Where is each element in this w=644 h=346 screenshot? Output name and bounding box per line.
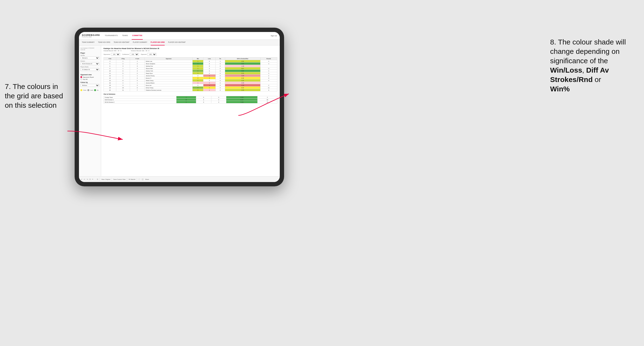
gender-select[interactable]: Women's (80, 56, 100, 59)
toolbar-cut[interactable]: ✂ (92, 178, 94, 180)
nav-teams[interactable]: TEAMS (122, 32, 128, 40)
nav-tournaments[interactable]: TOURNAMENTS (104, 32, 118, 40)
legend-dot-up (94, 89, 96, 91)
cell-loss: 0 (203, 62, 216, 65)
cell-diff: -1.00 (225, 65, 260, 67)
table-row: 15 8 5 Stella Cheng 1 0 0 1.25 4 (104, 79, 277, 82)
cell-opponent: Euna Lee (145, 84, 192, 87)
division-label: Division (80, 60, 100, 62)
filter-opponent-select[interactable]: (All) (147, 53, 156, 56)
subnav-team-h2h-grid[interactable]: TEAM H2H GRID (98, 40, 110, 45)
cell-win: 2 (192, 77, 203, 79)
cell-diff: -3.00 (225, 75, 260, 77)
subnav-team-h2h-heatmap[interactable]: TEAM H2H HEATMAP (114, 40, 130, 45)
cell-out-diff: 7.400 (226, 101, 258, 103)
toolbar-undo[interactable]: ↩ (81, 178, 82, 180)
toolbar-icon2[interactable]: ⬜ (142, 178, 144, 180)
toolbar-view-original[interactable]: View: Original (101, 179, 110, 180)
filter-opponent: Opponent (All) (141, 53, 156, 56)
cell-reg: 11 (116, 89, 130, 91)
radio-top100[interactable]: Top 100 (80, 78, 100, 80)
toolbar-sep2 (112, 178, 112, 181)
toolbar-watch[interactable]: 👁 Watch▾ (128, 178, 135, 180)
nav-committee[interactable]: COMMITTEE (132, 32, 143, 40)
toolbar-paste[interactable]: · (95, 178, 95, 180)
cell-reg: 5 (116, 72, 130, 75)
gender-label: Gender (80, 55, 100, 56)
cell-tie: 0 (216, 67, 225, 70)
cell-out-loss: 0 (196, 101, 211, 103)
radio-opponents-played[interactable]: Opponents Played (80, 76, 100, 78)
cell-reg: 7 (116, 77, 130, 79)
legend-label-level: Level (90, 89, 93, 91)
cell-rounds: 3 (260, 67, 277, 70)
sign-out-link[interactable]: Sign out (270, 35, 277, 36)
cell-div: 14 (104, 77, 116, 79)
cell-conf: 3 (130, 70, 145, 72)
cell-loss: 1 (203, 89, 216, 91)
cell-conf: 2 (130, 72, 145, 75)
top-nav: SCOREBOARD Powered by clippd TOURNAMENTS… (79, 32, 280, 40)
cell-loss: 1 (203, 75, 216, 77)
player-rank-select[interactable]: 8. Katelyn Vo (80, 68, 100, 71)
cell-opponent: Jessica Mason (145, 82, 192, 84)
toolbar-clock[interactable]: ⊙ (97, 178, 98, 180)
radio-label-1: Opponents Played (83, 76, 94, 78)
cell-div: 16 (104, 82, 116, 84)
radio-circle-2 (80, 78, 82, 80)
table-row: 14 7 4 Eunice Yi 2 2 0 0.38 9 (104, 77, 277, 79)
cell-div: 15 (104, 79, 116, 82)
filter-conference: Conference (All) (122, 53, 139, 56)
cell-out-tie: 0 (211, 101, 226, 103)
colour-by-select[interactable]: Win/loss (80, 84, 100, 87)
toolbar-save-custom[interactable]: Save Custom View (114, 179, 126, 180)
cell-out-loss: 0 (196, 99, 211, 101)
toolbar-share[interactable]: Share (145, 179, 149, 180)
cell-diff: 1.25 (225, 79, 260, 82)
toolbar-sep4 (137, 178, 137, 181)
cell-conf: 3 (130, 65, 145, 67)
cell-div: 19 (104, 87, 116, 89)
cell-div: 11 (104, 72, 116, 75)
toolbar-sep3 (127, 178, 127, 181)
cell-div: 3 (104, 60, 116, 62)
cell-conf: 4 (130, 67, 145, 70)
col-loss: Loss (203, 57, 216, 60)
cell-rounds: 4 (260, 70, 277, 72)
cell-diff: 3.67 (225, 67, 260, 70)
toolbar-copy[interactable]: ⎘ (90, 178, 90, 180)
toolbar-undo2[interactable]: ↩ (84, 178, 85, 180)
filter-opponents-select[interactable]: (All) (111, 53, 120, 56)
legend-label-up: Up (97, 89, 98, 91)
subnav-player-summary[interactable]: PLAYER SUMMARY (133, 40, 147, 45)
subnav-player-h2h-grid[interactable]: PLAYER H2H GRID (151, 40, 165, 45)
cell-win: 1 (192, 72, 203, 75)
cell-diff: 1.50 (225, 60, 260, 62)
filter-conference-select[interactable]: (All) (130, 53, 139, 56)
cell-tie: 0 (216, 70, 225, 72)
annotation-left: 7. The colours in the grid are based on … (5, 82, 68, 110)
cell-loss: 0 (203, 72, 216, 75)
toolbar-redo[interactable]: ↪ (87, 178, 88, 180)
cell-out-opponent: NCAA Division 2 (104, 101, 176, 103)
division-record: Division Record: 331 - 34 - 6 (131, 50, 149, 51)
subnav-team-summary[interactable]: TEAM SUMMARY (82, 40, 94, 45)
grid-content: Katelyn Vo Head-to-Head Grid for Women's… (101, 45, 280, 182)
legend-label-down: Down (83, 89, 86, 91)
cell-conf: 7 (130, 89, 145, 91)
sidebar-player-section: Player (80, 52, 100, 54)
colour-by-title: Colour by (80, 82, 100, 83)
out-of-division-table: Foreign Team 1 0 0 4.500 2 NAIA Division… (104, 96, 277, 103)
cell-rounds: 2 (260, 84, 277, 87)
logo-area: SCOREBOARD Powered by clippd (82, 34, 100, 37)
division-select[interactable]: NCAA Division III (80, 62, 100, 65)
cell-loss: 1 (203, 87, 216, 89)
player-rank-label: Player (Rank) (80, 66, 100, 68)
cell-opponent: Sydney Kuo (145, 65, 192, 67)
cell-reg: 8 (116, 79, 130, 82)
cell-reg: 3 (116, 65, 130, 67)
subnav-player-h2h-heatmap[interactable]: PLAYER H2H HEATMAP (168, 40, 186, 45)
toolbar-icon1[interactable]: ⬚ (138, 178, 140, 180)
logo-sub: Powered by clippd (82, 36, 100, 37)
table-row: 16 2 1 Jessica Mason 1 2 0 -0.94 (104, 82, 277, 84)
